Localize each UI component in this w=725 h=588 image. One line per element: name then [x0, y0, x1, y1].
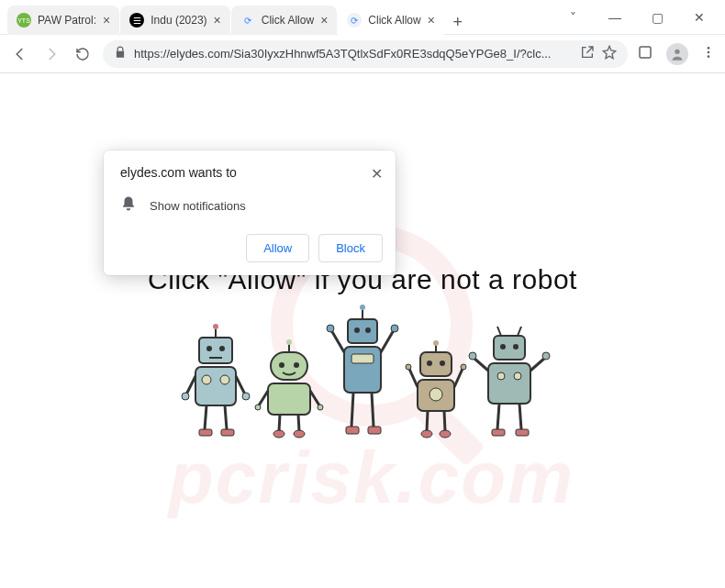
svg-point-72: [497, 372, 505, 380]
svg-rect-21: [221, 429, 234, 436]
arrow-right-icon: [43, 46, 60, 62]
svg-point-15: [182, 393, 189, 400]
tab-3-active[interactable]: ⟳ Click Allow ×: [338, 6, 444, 35]
svg-line-47: [351, 393, 353, 427]
svg-rect-11: [195, 367, 236, 405]
svg-rect-53: [420, 352, 452, 376]
window-dropdown-icon[interactable]: ˅: [554, 4, 591, 31]
tab-title: PAW Patrol:: [38, 14, 96, 27]
address-bar[interactable]: https://elydes.com/Sia30IyxzHhnwf5A3TQtl…: [103, 40, 628, 68]
dialog-close-button[interactable]: ✕: [371, 165, 383, 183]
svg-rect-50: [368, 427, 381, 434]
extensions-icon[interactable]: [637, 44, 653, 64]
svg-line-43: [331, 330, 344, 352]
svg-line-74: [474, 358, 488, 371]
svg-line-60: [454, 369, 463, 387]
svg-line-58: [409, 369, 418, 387]
svg-line-20: [225, 405, 227, 429]
star-icon[interactable]: [602, 45, 617, 62]
svg-point-70: [513, 344, 519, 349]
svg-point-44: [327, 325, 334, 332]
svg-line-76: [530, 358, 545, 371]
svg-point-73: [514, 372, 521, 380]
svg-rect-38: [348, 319, 377, 343]
svg-rect-68: [494, 336, 525, 360]
reload-icon: [74, 46, 91, 62]
page-content: pcrisk.com elydes.com wants to ✕ Show no…: [0, 73, 725, 588]
svg-point-25: [279, 362, 284, 368]
svg-point-5: [213, 324, 218, 329]
tab-favicon: YTS: [17, 13, 31, 28]
tab-strip: YTS PAW Patrol: × ☰ Indu (2023) × ⟳ Clic…: [0, 0, 471, 35]
url-text: https://elydes.com/Sia30IyxzHhnwf5A3TQtl…: [134, 47, 573, 61]
profile-avatar[interactable]: [666, 43, 688, 65]
svg-point-1: [675, 49, 679, 53]
allow-button[interactable]: Allow: [246, 234, 309, 262]
tab-title: Click Allow: [368, 14, 420, 27]
window-minimize-button[interactable]: —: [597, 4, 633, 31]
svg-rect-42: [351, 354, 374, 363]
robot-4: [405, 341, 467, 440]
robot-2: [258, 339, 320, 440]
svg-point-4: [708, 55, 710, 58]
svg-line-28: [259, 391, 268, 405]
window-maximize-button[interactable]: ▢: [639, 4, 675, 31]
share-icon[interactable]: [580, 45, 595, 62]
robot-3: [331, 303, 394, 440]
svg-point-17: [242, 393, 250, 400]
reload-button[interactable]: [72, 43, 94, 65]
svg-line-62: [427, 411, 428, 431]
svg-point-2: [708, 47, 710, 50]
svg-rect-0: [640, 47, 651, 58]
svg-line-80: [519, 404, 521, 429]
tab-favicon: ⟳: [240, 13, 255, 28]
svg-point-36: [360, 305, 365, 310]
forward-button[interactable]: [40, 43, 62, 65]
tab-close-icon[interactable]: ×: [428, 13, 435, 28]
svg-point-40: [365, 327, 371, 333]
browser-toolbar: https://elydes.com/Sia30IyxzHhnwf5A3TQtl…: [0, 35, 725, 73]
svg-line-34: [298, 415, 299, 431]
tab-2[interactable]: ⟳ Click Allow ×: [231, 6, 338, 35]
svg-point-8: [206, 346, 212, 351]
svg-point-65: [440, 430, 451, 438]
svg-point-52: [433, 340, 439, 346]
tab-close-icon[interactable]: ×: [214, 13, 221, 28]
back-button[interactable]: [9, 43, 31, 65]
svg-point-9: [219, 346, 225, 351]
tab-title: Click Allow: [262, 14, 314, 27]
svg-point-59: [406, 364, 411, 370]
svg-point-26: [294, 362, 299, 368]
svg-point-35: [294, 430, 305, 438]
svg-point-46: [391, 325, 398, 332]
svg-line-78: [497, 404, 499, 429]
menu-icon[interactable]: [701, 45, 716, 63]
tab-close-icon[interactable]: ×: [103, 13, 110, 28]
svg-point-3: [708, 50, 710, 53]
svg-point-12: [202, 375, 211, 384]
tab-close-icon[interactable]: ×: [320, 13, 328, 28]
arrow-left-icon: [12, 46, 28, 62]
svg-line-45: [381, 330, 394, 352]
svg-line-16: [236, 376, 245, 394]
robot-1: [184, 321, 247, 440]
permission-text: Show notifications: [150, 199, 246, 213]
svg-rect-48: [346, 427, 359, 434]
tab-0[interactable]: YTS PAW Patrol: ×: [7, 6, 119, 35]
new-tab-button[interactable]: +: [445, 9, 471, 35]
svg-point-75: [469, 352, 476, 360]
svg-point-63: [421, 430, 432, 438]
block-button[interactable]: Block: [318, 234, 383, 262]
lock-icon: [114, 46, 127, 61]
tab-title: Indu (2023): [151, 14, 206, 27]
tab-1[interactable]: ☰ Indu (2023) ×: [120, 6, 230, 35]
svg-line-67: [518, 327, 521, 336]
svg-point-23: [286, 339, 292, 345]
svg-line-14: [186, 376, 195, 394]
bell-icon: [120, 195, 137, 216]
window-close-button[interactable]: ✕: [681, 4, 718, 31]
svg-line-49: [372, 393, 374, 427]
svg-line-66: [497, 327, 501, 336]
svg-point-69: [500, 344, 506, 349]
svg-line-64: [444, 411, 445, 431]
